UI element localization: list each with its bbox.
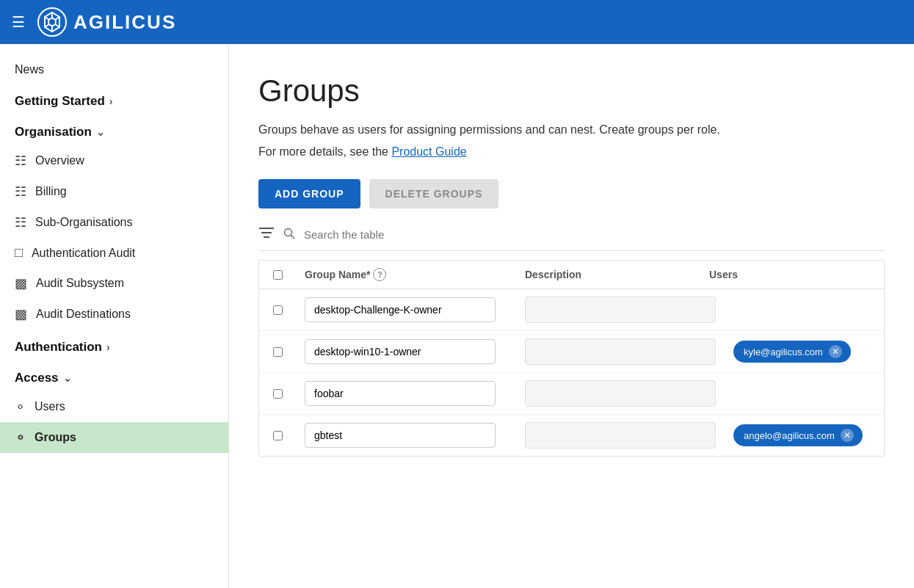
sidebar-sub-org-label: Sub-Organisations [35, 216, 133, 229]
search-input[interactable] [304, 228, 885, 241]
row3-name-input[interactable] [305, 381, 496, 406]
row3-desc-input[interactable] [525, 380, 716, 407]
sidebar-item-organisation[interactable]: Organisation ⌄ [0, 115, 228, 145]
row1-desc-input[interactable] [525, 297, 716, 323]
row2-desc-cell [516, 338, 725, 365]
row4-users-cell: angelo@agilicus.com ✕ [725, 424, 885, 446]
overview-icon: ☷ [15, 153, 26, 169]
row1-desc-cell [516, 297, 725, 323]
help-icon[interactable]: ? [373, 268, 386, 281]
chevron-down-icon-access: ⌄ [63, 372, 72, 384]
row4-user-remove[interactable]: ✕ [841, 429, 854, 442]
sidebar-auth-audit-label: Authentication Audit [32, 247, 135, 260]
row2-user-email: kyle@agilicus.com [744, 346, 823, 357]
sidebar-item-sub-organisations[interactable]: ☷ Sub-Organisations [0, 207, 228, 238]
table-row [259, 289, 884, 331]
sidebar-item-audit-subsystem[interactable]: ▩ Audit Subsystem [0, 268, 228, 299]
logo: AGILICUS [37, 7, 176, 37]
row1-checkbox[interactable] [273, 305, 283, 315]
svg-point-12 [285, 228, 292, 236]
row2-name-cell [296, 339, 516, 364]
audit-dest-icon: ▩ [15, 306, 27, 322]
page-guide: For more details, see the Product Guide [258, 145, 885, 159]
table-row [259, 373, 884, 415]
header-group-name: Group Name* ? [296, 268, 516, 281]
search-bar [258, 226, 885, 251]
row3-name-cell [296, 381, 516, 406]
search-icon [283, 228, 295, 242]
sidebar-item-overview[interactable]: ☷ Overview [0, 145, 228, 176]
sidebar-users-label: Users [35, 400, 65, 413]
row2-name-input[interactable] [305, 339, 496, 364]
header-checkbox[interactable] [273, 270, 283, 280]
sidebar-item-authentication[interactable]: Authentication › [0, 330, 228, 360]
action-buttons: ADD GROUP DELETE GROUPS [258, 179, 885, 208]
sidebar-item-news[interactable]: News [0, 56, 228, 84]
row4-checkbox-cell [259, 431, 296, 440]
chevron-right-icon-auth: › [106, 341, 110, 353]
row4-name-cell [296, 423, 516, 448]
sidebar-organisation-label: Organisation [15, 125, 92, 139]
row4-name-input[interactable] [305, 423, 496, 448]
sidebar-item-access[interactable]: Access ⌄ [0, 360, 228, 391]
users-icon: ⚬ [15, 399, 26, 415]
row4-desc-cell [516, 422, 725, 449]
page-description: Groups behave as users for assigning per… [258, 123, 885, 137]
svg-line-13 [291, 235, 295, 239]
delete-groups-button[interactable]: DELETE GROUPS [369, 179, 499, 208]
logo-icon [37, 7, 68, 37]
sidebar-billing-label: Billing [35, 185, 67, 198]
sidebar-access-label: Access [15, 371, 59, 385]
filter-icon[interactable] [258, 226, 275, 243]
header-checkbox-cell [259, 270, 296, 280]
sidebar-overview-label: Overview [35, 154, 84, 167]
sidebar-item-auth-audit[interactable]: □ Authentication Audit [0, 238, 228, 268]
sidebar-getting-started-label: Getting Started [15, 94, 105, 109]
menu-icon[interactable]: ☰ [12, 13, 25, 31]
row1-name-cell [296, 297, 516, 322]
header-users: Users [700, 269, 884, 280]
page-title: Groups [258, 73, 885, 109]
table-row: kyle@agilicus.com ✕ [259, 331, 884, 373]
chevron-right-icon: › [109, 95, 113, 107]
guide-prefix: For more details, see the [258, 145, 391, 158]
sidebar-item-getting-started[interactable]: Getting Started › [0, 84, 228, 115]
sidebar-groups-label: Groups [35, 431, 76, 444]
audit-subsystem-icon: ▩ [15, 275, 27, 291]
table-header: Group Name* ? Description Users [259, 261, 884, 289]
billing-icon: ☷ [15, 184, 26, 200]
row1-name-input[interactable] [305, 297, 496, 322]
logo-text: AGILICUS [73, 11, 176, 34]
sub-org-icon: ☷ [15, 214, 26, 231]
row2-user-remove[interactable]: ✕ [829, 345, 842, 358]
chevron-down-icon: ⌄ [96, 126, 105, 138]
row3-desc-cell [516, 380, 725, 407]
groups-table: Group Name* ? Description Users [258, 260, 885, 457]
row2-desc-input[interactable] [525, 338, 716, 365]
row4-checkbox[interactable] [273, 431, 283, 440]
row4-desc-input[interactable] [525, 422, 716, 449]
row4-user-email: angelo@agilicus.com [744, 430, 835, 441]
sidebar-item-audit-destinations[interactable]: ▩ Audit Destinations [0, 299, 228, 330]
sidebar-audit-dest-label: Audit Destinations [36, 308, 131, 321]
row1-checkbox-cell [259, 305, 296, 315]
add-group-button[interactable]: ADD GROUP [258, 179, 360, 208]
svg-point-2 [48, 18, 56, 26]
sidebar-item-billing[interactable]: ☷ Billing [0, 176, 228, 207]
sidebar-audit-subsystem-label: Audit Subsystem [36, 277, 124, 290]
row2-user-tag: kyle@agilicus.com ✕ [733, 341, 851, 363]
header: ☰ AGILICUS [0, 0, 914, 44]
row2-checkbox-cell [259, 347, 296, 357]
sidebar-item-users[interactable]: ⚬ Users [0, 391, 228, 422]
header-description: Description [516, 269, 700, 280]
sidebar-authentication-label: Authentication [15, 340, 102, 355]
row2-users-cell: kyle@agilicus.com ✕ [725, 341, 885, 363]
auth-audit-icon: □ [15, 245, 23, 261]
sidebar-item-groups[interactable]: ⚬ Groups [0, 422, 228, 453]
row2-checkbox[interactable] [273, 347, 283, 357]
layout: News Getting Started › Organisation ⌄ ☷ … [0, 44, 914, 588]
table-row: angelo@agilicus.com ✕ [259, 415, 884, 456]
sidebar: News Getting Started › Organisation ⌄ ☷ … [0, 44, 229, 588]
product-guide-link[interactable]: Product Guide [391, 145, 466, 158]
row3-checkbox[interactable] [273, 389, 283, 399]
